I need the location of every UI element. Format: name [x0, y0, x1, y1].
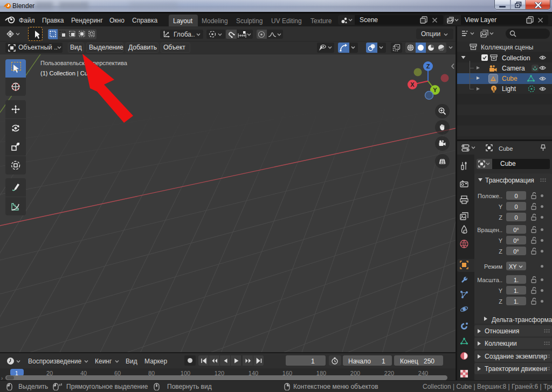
svg-text:X: X	[410, 81, 415, 88]
svg-text:Z: Z	[426, 63, 430, 69]
svg-text:Y: Y	[433, 87, 437, 93]
